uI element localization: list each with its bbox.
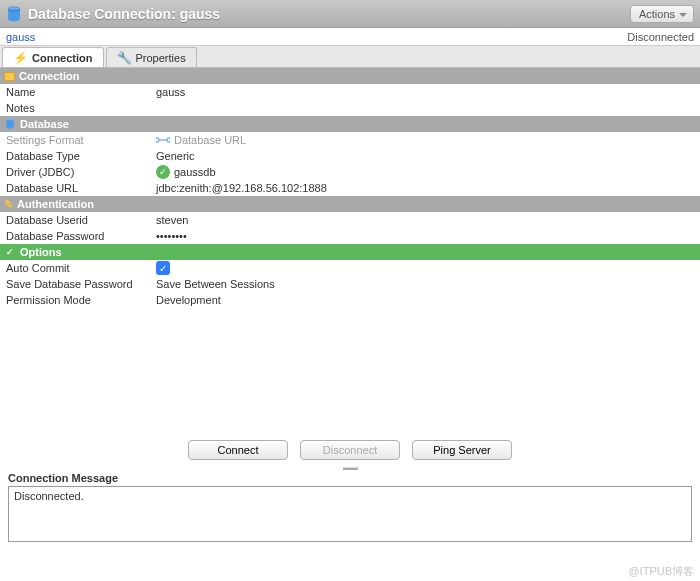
row-settings-format: Settings Format Database URL bbox=[0, 132, 700, 148]
row-driver: Driver (JDBC) ✓ gaussdb bbox=[0, 164, 700, 180]
breadcrumb-gauss[interactable]: gauss bbox=[6, 31, 35, 43]
settings-format-value[interactable]: Database URL bbox=[156, 134, 694, 146]
check-icon: ✓ bbox=[4, 246, 16, 258]
row-auto-commit: Auto Commit ✓ bbox=[0, 260, 700, 276]
section-database: Database bbox=[0, 116, 700, 132]
save-password-value[interactable]: Save Between Sessions bbox=[156, 278, 694, 290]
wrench-icon: 🔧 bbox=[117, 51, 132, 65]
button-row: Connect Disconnect Ping Server bbox=[0, 432, 700, 464]
tab-connection[interactable]: ⚡ Connection bbox=[2, 47, 104, 67]
message-box[interactable]: Disconnected. bbox=[8, 486, 692, 542]
row-database-url: Database URL jdbc:zenith:@192.168.56.102… bbox=[0, 180, 700, 196]
row-name: Name gauss bbox=[0, 84, 700, 100]
database-icon bbox=[4, 118, 16, 130]
connect-button[interactable]: Connect bbox=[188, 440, 288, 460]
section-authentication: ✎ Authentication bbox=[0, 196, 700, 212]
tab-label: Connection bbox=[32, 52, 93, 64]
row-password: Database Password •••••••• bbox=[0, 228, 700, 244]
auto-commit-checkbox[interactable]: ✓ bbox=[156, 261, 170, 275]
link-icon bbox=[156, 135, 170, 145]
breadcrumb-row: gauss Disconnected bbox=[0, 28, 700, 46]
row-userid: Database Userid steven bbox=[0, 212, 700, 228]
row-notes: Notes bbox=[0, 100, 700, 116]
tab-bar: ⚡ Connection 🔧 Properties bbox=[0, 46, 700, 68]
row-save-password: Save Database Password Save Between Sess… bbox=[0, 276, 700, 292]
actions-dropdown[interactable]: Actions bbox=[630, 5, 694, 23]
spacer bbox=[0, 308, 700, 432]
tab-properties[interactable]: 🔧 Properties bbox=[106, 47, 197, 67]
tab-label: Properties bbox=[136, 52, 186, 64]
userid-value[interactable]: steven bbox=[156, 214, 694, 226]
folder-icon bbox=[4, 72, 15, 81]
database-url-value[interactable]: jdbc:zenith:@192.168.56.102:1888 bbox=[156, 182, 694, 194]
watermark: @ITPUB博客 bbox=[628, 564, 694, 579]
driver-value[interactable]: ✓ gaussdb bbox=[156, 165, 694, 179]
ping-server-button[interactable]: Ping Server bbox=[412, 440, 512, 460]
plug-icon: ⚡ bbox=[13, 51, 28, 65]
form-area: Connection Name gauss Notes Database Set… bbox=[0, 68, 700, 542]
key-icon: ✎ bbox=[4, 198, 13, 211]
name-value[interactable]: gauss bbox=[156, 86, 694, 98]
row-database-type: Database Type Generic bbox=[0, 148, 700, 164]
row-permission-mode: Permission Mode Development bbox=[0, 292, 700, 308]
section-connection: Connection bbox=[0, 68, 700, 84]
titlebar: Database Connection: gauss Actions bbox=[0, 0, 700, 28]
password-value[interactable]: •••••••• bbox=[156, 230, 694, 242]
database-icon bbox=[6, 6, 22, 22]
message-label: Connection Message bbox=[0, 470, 700, 486]
database-type-value[interactable]: Generic bbox=[156, 150, 694, 162]
section-options: ✓ Options bbox=[0, 244, 700, 260]
permission-mode-value[interactable]: Development bbox=[156, 294, 694, 306]
window-title: Database Connection: gauss bbox=[28, 6, 630, 22]
check-icon: ✓ bbox=[156, 165, 170, 179]
connection-status: Disconnected bbox=[627, 31, 694, 43]
disconnect-button: Disconnect bbox=[300, 440, 400, 460]
